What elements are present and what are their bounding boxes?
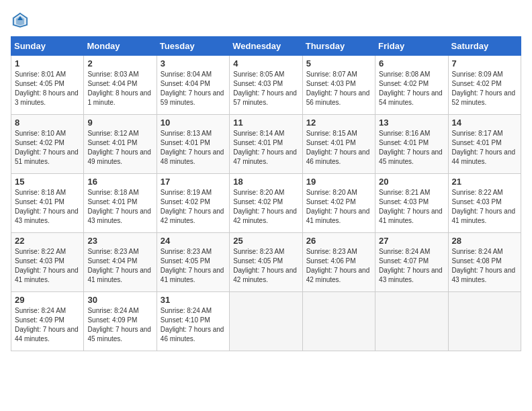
day-info: Sunrise: 8:10 AMSunset: 4:02 PMDaylight:… xyxy=(15,130,79,165)
calendar-cell: 28Sunrise: 8:24 AMSunset: 4:08 PMDayligh… xyxy=(448,233,521,292)
day-info: Sunrise: 8:23 AMSunset: 4:05 PMDaylight:… xyxy=(233,248,297,283)
logo-icon xyxy=(11,11,30,30)
calendar-cell xyxy=(230,292,302,351)
calendar-cell: 1Sunrise: 8:01 AMSunset: 4:05 PMDaylight… xyxy=(11,56,84,115)
day-info: Sunrise: 8:05 AMSunset: 4:03 PMDaylight:… xyxy=(233,71,297,106)
day-info: Sunrise: 8:24 AMSunset: 4:08 PMDaylight:… xyxy=(452,248,516,283)
calendar-week-3: 15Sunrise: 8:18 AMSunset: 4:01 PMDayligh… xyxy=(11,174,521,233)
day-number: 7 xyxy=(452,58,517,68)
col-thursday: Thursday xyxy=(302,37,375,56)
calendar-cell: 7Sunrise: 8:09 AMSunset: 4:02 PMDaylight… xyxy=(448,56,521,115)
day-info: Sunrise: 8:20 AMSunset: 4:02 PMDaylight:… xyxy=(306,189,370,224)
day-info: Sunrise: 8:04 AMSunset: 4:04 PMDaylight:… xyxy=(161,71,224,106)
calendar-cell: 26Sunrise: 8:23 AMSunset: 4:06 PMDayligh… xyxy=(302,233,375,292)
day-info: Sunrise: 8:15 AMSunset: 4:01 PMDaylight:… xyxy=(306,130,370,165)
calendar-cell: 8Sunrise: 8:10 AMSunset: 4:02 PMDaylight… xyxy=(11,115,84,174)
day-number: 24 xyxy=(161,236,226,246)
calendar-cell: 10Sunrise: 8:13 AMSunset: 4:01 PMDayligh… xyxy=(157,115,229,174)
day-info: Sunrise: 8:21 AMSunset: 4:03 PMDaylight:… xyxy=(379,189,443,224)
day-info: Sunrise: 8:18 AMSunset: 4:01 PMDaylight:… xyxy=(87,189,151,224)
day-number: 23 xyxy=(87,236,152,246)
day-number: 3 xyxy=(161,58,226,68)
day-number: 4 xyxy=(233,58,298,68)
calendar-cell: 6Sunrise: 8:08 AMSunset: 4:02 PMDaylight… xyxy=(375,56,448,115)
day-number: 12 xyxy=(306,118,371,128)
calendar-cell: 29Sunrise: 8:24 AMSunset: 4:09 PMDayligh… xyxy=(11,292,84,351)
calendar-cell: 9Sunrise: 8:12 AMSunset: 4:01 PMDaylight… xyxy=(84,115,157,174)
day-number: 9 xyxy=(87,118,152,128)
day-number: 2 xyxy=(87,58,152,68)
day-number: 29 xyxy=(15,295,80,305)
calendar-cell: 23Sunrise: 8:23 AMSunset: 4:04 PMDayligh… xyxy=(84,233,157,292)
calendar-cell: 4Sunrise: 8:05 AMSunset: 4:03 PMDaylight… xyxy=(230,56,302,115)
day-info: Sunrise: 8:08 AMSunset: 4:02 PMDaylight:… xyxy=(379,71,443,106)
day-info: Sunrise: 8:22 AMSunset: 4:03 PMDaylight:… xyxy=(452,189,516,224)
day-number: 22 xyxy=(15,236,80,246)
day-number: 8 xyxy=(15,118,80,128)
calendar-cell: 3Sunrise: 8:04 AMSunset: 4:04 PMDaylight… xyxy=(157,56,229,115)
calendar-cell: 15Sunrise: 8:18 AMSunset: 4:01 PMDayligh… xyxy=(11,174,84,233)
day-info: Sunrise: 8:14 AMSunset: 4:01 PMDaylight:… xyxy=(233,130,297,165)
day-info: Sunrise: 8:24 AMSunset: 4:07 PMDaylight:… xyxy=(379,248,443,283)
day-number: 31 xyxy=(161,295,226,305)
day-info: Sunrise: 8:24 AMSunset: 4:10 PMDaylight:… xyxy=(161,307,224,342)
day-info: Sunrise: 8:24 AMSunset: 4:09 PMDaylight:… xyxy=(87,307,151,342)
calendar-cell xyxy=(302,292,375,351)
calendar-cell: 27Sunrise: 8:24 AMSunset: 4:07 PMDayligh… xyxy=(375,233,448,292)
calendar-cell: 22Sunrise: 8:22 AMSunset: 4:03 PMDayligh… xyxy=(11,233,84,292)
col-monday: Monday xyxy=(84,37,157,56)
logo xyxy=(11,11,32,30)
day-info: Sunrise: 8:19 AMSunset: 4:02 PMDaylight:… xyxy=(161,189,224,224)
day-number: 18 xyxy=(233,177,298,187)
calendar-cell: 24Sunrise: 8:23 AMSunset: 4:05 PMDayligh… xyxy=(157,233,229,292)
day-number: 19 xyxy=(306,177,371,187)
calendar-cell: 31Sunrise: 8:24 AMSunset: 4:10 PMDayligh… xyxy=(157,292,229,351)
calendar-table: Sunday Monday Tuesday Wednesday Thursday… xyxy=(11,36,521,351)
day-number: 20 xyxy=(379,177,444,187)
day-info: Sunrise: 8:16 AMSunset: 4:01 PMDaylight:… xyxy=(379,130,443,165)
col-saturday: Saturday xyxy=(448,37,521,56)
calendar-cell xyxy=(375,292,448,351)
calendar-cell: 19Sunrise: 8:20 AMSunset: 4:02 PMDayligh… xyxy=(302,174,375,233)
day-number: 17 xyxy=(161,177,226,187)
calendar-cell: 13Sunrise: 8:16 AMSunset: 4:01 PMDayligh… xyxy=(375,115,448,174)
day-number: 27 xyxy=(379,236,444,246)
day-info: Sunrise: 8:17 AMSunset: 4:01 PMDaylight:… xyxy=(452,130,516,165)
header-row: Sunday Monday Tuesday Wednesday Thursday… xyxy=(11,37,521,56)
day-info: Sunrise: 8:03 AMSunset: 4:04 PMDaylight:… xyxy=(87,71,151,106)
day-info: Sunrise: 8:22 AMSunset: 4:03 PMDaylight:… xyxy=(15,248,79,283)
col-tuesday: Tuesday xyxy=(157,37,229,56)
day-number: 10 xyxy=(161,118,226,128)
day-number: 5 xyxy=(306,58,371,68)
day-info: Sunrise: 8:07 AMSunset: 4:03 PMDaylight:… xyxy=(306,71,370,106)
day-info: Sunrise: 8:09 AMSunset: 4:02 PMDaylight:… xyxy=(452,71,516,106)
day-info: Sunrise: 8:23 AMSunset: 4:05 PMDaylight:… xyxy=(161,248,224,283)
day-info: Sunrise: 8:24 AMSunset: 4:09 PMDaylight:… xyxy=(15,307,79,342)
calendar-cell: 17Sunrise: 8:19 AMSunset: 4:02 PMDayligh… xyxy=(157,174,229,233)
col-sunday: Sunday xyxy=(11,37,84,56)
day-info: Sunrise: 8:20 AMSunset: 4:02 PMDaylight:… xyxy=(233,189,297,224)
day-number: 11 xyxy=(233,118,298,128)
day-info: Sunrise: 8:23 AMSunset: 4:06 PMDaylight:… xyxy=(306,248,370,283)
calendar-cell: 11Sunrise: 8:14 AMSunset: 4:01 PMDayligh… xyxy=(230,115,302,174)
day-number: 21 xyxy=(452,177,517,187)
calendar-cell: 20Sunrise: 8:21 AMSunset: 4:03 PMDayligh… xyxy=(375,174,448,233)
col-wednesday: Wednesday xyxy=(230,37,302,56)
day-number: 1 xyxy=(15,58,80,68)
page-header xyxy=(11,11,521,30)
calendar-week-5: 29Sunrise: 8:24 AMSunset: 4:09 PMDayligh… xyxy=(11,292,521,351)
day-number: 15 xyxy=(15,177,80,187)
day-number: 14 xyxy=(452,118,517,128)
day-info: Sunrise: 8:18 AMSunset: 4:01 PMDaylight:… xyxy=(15,189,79,224)
calendar-cell: 30Sunrise: 8:24 AMSunset: 4:09 PMDayligh… xyxy=(84,292,157,351)
calendar-cell: 14Sunrise: 8:17 AMSunset: 4:01 PMDayligh… xyxy=(448,115,521,174)
day-info: Sunrise: 8:01 AMSunset: 4:05 PMDaylight:… xyxy=(15,71,79,106)
day-number: 30 xyxy=(87,295,152,305)
day-number: 13 xyxy=(379,118,444,128)
day-info: Sunrise: 8:23 AMSunset: 4:04 PMDaylight:… xyxy=(87,248,151,283)
calendar-week-4: 22Sunrise: 8:22 AMSunset: 4:03 PMDayligh… xyxy=(11,233,521,292)
calendar-cell xyxy=(448,292,521,351)
calendar-cell: 25Sunrise: 8:23 AMSunset: 4:05 PMDayligh… xyxy=(230,233,302,292)
col-friday: Friday xyxy=(375,37,448,56)
calendar-cell: 16Sunrise: 8:18 AMSunset: 4:01 PMDayligh… xyxy=(84,174,157,233)
